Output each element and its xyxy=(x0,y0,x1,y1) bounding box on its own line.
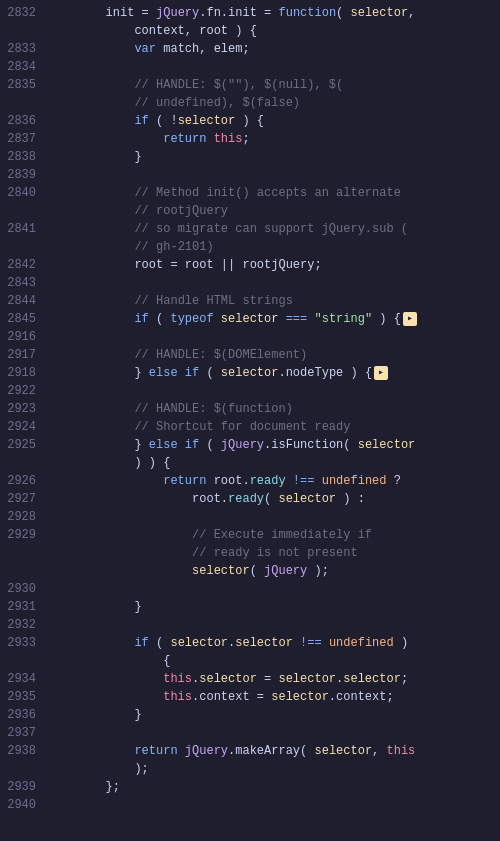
token: // Execute immediately if xyxy=(192,528,372,542)
table-row: 2844 // Handle HTML strings xyxy=(0,292,500,310)
token: // gh-2101) xyxy=(134,240,213,254)
token: if xyxy=(134,636,148,650)
line-content: this.selector = selector.selector; xyxy=(48,670,500,688)
table-row: 2935 this.context = selector.context; xyxy=(0,688,500,706)
token: else xyxy=(149,438,178,452)
token: ready xyxy=(228,492,264,506)
token: } xyxy=(48,708,142,722)
line-number: 2918 xyxy=(0,364,48,382)
line-content: } xyxy=(48,706,500,724)
token: ready xyxy=(250,474,286,488)
table-row: 2834 xyxy=(0,58,500,76)
token: this xyxy=(163,672,192,686)
token: = xyxy=(134,6,156,20)
table-row: 2839 xyxy=(0,166,500,184)
token: ( xyxy=(336,6,350,20)
line-content: // ready is not present xyxy=(48,544,500,562)
token: ) xyxy=(394,636,408,650)
token: .fn. xyxy=(199,6,228,20)
line-content xyxy=(48,166,500,184)
line-number: 2935 xyxy=(0,688,48,706)
line-content xyxy=(48,796,500,814)
line-content xyxy=(48,274,500,292)
token xyxy=(48,222,134,236)
line-number: 2932 xyxy=(0,616,48,634)
line-number: 2930 xyxy=(0,580,48,598)
line-number: 2924 xyxy=(0,418,48,436)
line-content: // Method init() accepts an alternate xyxy=(48,184,500,202)
line-content: if ( !selector ) { xyxy=(48,112,500,130)
token: if xyxy=(185,438,199,452)
line-content: // gh-2101) xyxy=(48,238,500,256)
line-content xyxy=(48,508,500,526)
line-content xyxy=(48,328,500,346)
fold-icon[interactable]: ▸ xyxy=(403,312,417,326)
table-row: 2931 } xyxy=(0,598,500,616)
token: selector xyxy=(343,672,401,686)
token: function xyxy=(278,6,336,20)
token xyxy=(48,420,134,434)
line-content: return this; xyxy=(48,130,500,148)
token: // rootjQuery xyxy=(134,204,228,218)
token: ( xyxy=(264,492,278,506)
token xyxy=(48,132,163,146)
token xyxy=(48,672,163,686)
line-number: 2934 xyxy=(0,670,48,688)
table-row: 2933 if ( selector.selector !== undefine… xyxy=(0,634,500,652)
token: return xyxy=(134,744,177,758)
token: ( xyxy=(250,564,264,578)
token xyxy=(206,132,213,146)
token xyxy=(178,744,185,758)
line-number: 2836 xyxy=(0,112,48,130)
table-row: 2835 // HANDLE: $(""), $(null), $( xyxy=(0,76,500,94)
token: root = root || rootjQuery; xyxy=(48,258,322,272)
token xyxy=(48,474,163,488)
table-row: 2934 this.selector = selector.selector; xyxy=(0,670,500,688)
line-content: // Shortcut for document ready xyxy=(48,418,500,436)
token: selector xyxy=(178,114,236,128)
token: , xyxy=(408,6,415,20)
token: if xyxy=(134,114,148,128)
token xyxy=(48,348,134,362)
token: init xyxy=(106,6,135,20)
token xyxy=(48,312,134,326)
token: typeof xyxy=(170,312,213,326)
token: ; xyxy=(401,672,408,686)
table-row: 2924 // Shortcut for document ready xyxy=(0,418,500,436)
token xyxy=(48,6,106,20)
token: = xyxy=(257,672,279,686)
line-content: // Handle HTML strings xyxy=(48,292,500,310)
token: match, elem; xyxy=(156,42,250,56)
line-number: 2837 xyxy=(0,130,48,148)
line-content xyxy=(48,58,500,76)
token: ) { xyxy=(372,312,401,326)
line-content: var match, elem; xyxy=(48,40,500,58)
table-row: 2916 xyxy=(0,328,500,346)
line-content: ); xyxy=(48,760,500,778)
token xyxy=(48,240,134,254)
token: selector xyxy=(358,438,416,452)
table-row: 2917 // HANDLE: $(DOMElement) xyxy=(0,346,500,364)
table-row: 2837 return this; xyxy=(0,130,500,148)
token: .context = xyxy=(192,690,271,704)
fold-icon[interactable]: ▸ xyxy=(374,366,388,380)
token xyxy=(48,636,134,650)
token: undefined xyxy=(322,474,387,488)
token xyxy=(48,114,134,128)
token: }; xyxy=(48,780,120,794)
token: selector xyxy=(235,636,293,650)
line-content: this.context = selector.context; xyxy=(48,688,500,706)
table-row: 2928 xyxy=(0,508,500,526)
token: !== xyxy=(286,474,322,488)
token xyxy=(48,294,134,308)
token: // ready is not present xyxy=(192,546,358,560)
token: "string" xyxy=(314,312,372,326)
token: === xyxy=(278,312,314,326)
line-content: root = root || rootjQuery; xyxy=(48,256,500,274)
line-number: 2833 xyxy=(0,40,48,58)
token: .nodeType ) { xyxy=(278,366,372,380)
token: selector xyxy=(192,564,250,578)
line-number: 2834 xyxy=(0,58,48,76)
table-row: 2925 } else if ( jQuery.isFunction( sele… xyxy=(0,436,500,454)
table-row: 2937 xyxy=(0,724,500,742)
